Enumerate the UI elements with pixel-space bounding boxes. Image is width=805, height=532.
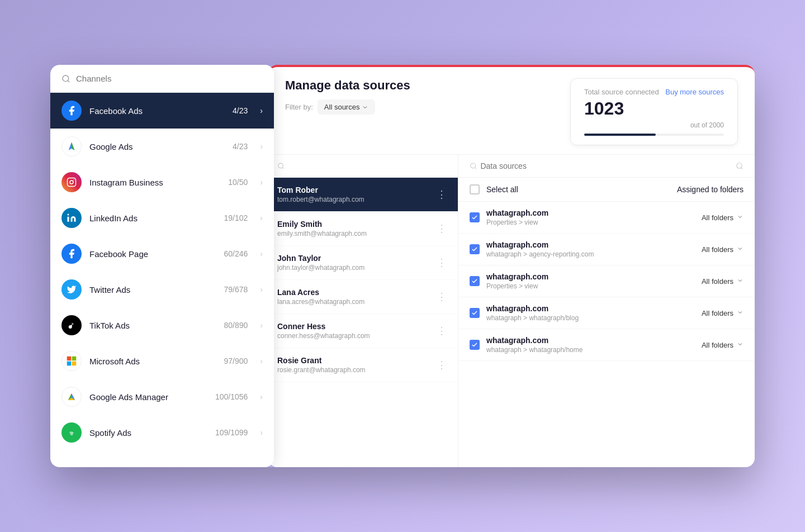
channel-count: 60/246 <box>224 249 248 258</box>
more-options-button[interactable]: ⋮ <box>434 254 449 271</box>
channel-count: 79/678 <box>224 285 248 294</box>
user-email: john.taylor@whatagraph.com <box>277 264 434 272</box>
sidebar-item-google-ads-manager[interactable]: Google Ads Manager100/1056› <box>50 379 274 415</box>
more-options-button[interactable]: ⋮ <box>434 288 449 305</box>
svg-rect-10 <box>67 362 72 366</box>
svg-point-6 <box>73 179 74 180</box>
chevron-right-icon: › <box>260 249 263 258</box>
sidebar-item-facebook-page[interactable]: Facebook Page60/246› <box>50 236 274 272</box>
channel-search-input[interactable] <box>76 74 263 83</box>
source-checkbox[interactable] <box>470 276 480 286</box>
svg-line-17 <box>282 168 283 169</box>
svg-rect-9 <box>72 357 77 361</box>
progress-bar-fill <box>584 134 656 136</box>
user-item[interactable]: John Taylorjohn.taylor@whatagraph.com⋮ <box>268 246 458 280</box>
filter-dropdown[interactable]: All sources <box>318 99 376 115</box>
svg-line-1 <box>68 80 69 82</box>
sidebar-item-google-ads[interactable]: Google Ads4/23› <box>50 129 274 164</box>
folder-dropdown[interactable]: All folders <box>702 213 744 222</box>
folder-value: All folders <box>702 309 733 317</box>
source-checkbox[interactable] <box>470 244 480 254</box>
channel-name: LinkedIn Ads <box>89 213 216 223</box>
search-icon <box>277 162 285 170</box>
folder-dropdown[interactable]: All folders <box>702 277 744 286</box>
sources-search-input[interactable] <box>480 162 731 170</box>
sidebar-item-instagram-business[interactable]: Instagram Business10/50› <box>50 164 274 200</box>
linkedin-icon <box>61 208 82 228</box>
source-checkbox[interactable] <box>470 340 480 350</box>
source-row: whatagraph.comwhatagraph > whatagraph/ho… <box>458 329 755 361</box>
chevron-down-icon <box>737 213 744 222</box>
channel-name: Google Ads Manager <box>89 392 207 402</box>
folder-value: All folders <box>702 245 733 254</box>
chevron-down-icon <box>737 309 744 317</box>
source-row: whatagraph.comwhatagraph > whatagraph/bl… <box>458 297 755 329</box>
user-item[interactable]: Lana Acreslana.acres@whatagraph.com⋮ <box>268 280 458 314</box>
select-all-checkbox[interactable] <box>470 184 480 194</box>
source-stats-card: Total source connected Buy more sources … <box>570 78 738 145</box>
buy-more-sources-link[interactable]: Buy more sources <box>665 88 724 96</box>
sidebar-item-tiktok-ads[interactable]: TikTok Ads80/890› <box>50 307 274 343</box>
more-options-button[interactable]: ⋮ <box>434 220 449 237</box>
channel-count: 19/102 <box>224 213 248 222</box>
sidebar-item-spotify-ads[interactable]: Spotify Ads109/1099› <box>50 415 274 450</box>
more-options-button[interactable]: ⋮ <box>434 186 449 203</box>
select-all-label[interactable]: Select all <box>486 185 677 194</box>
channel-count: 80/890 <box>224 321 248 330</box>
sources-list: whatagraph.comProperties > viewAll folde… <box>458 202 755 361</box>
source-row: whatagraph.comwhatagraph > agency-report… <box>458 234 755 265</box>
sidebar-item-linkedin-ads[interactable]: LinkedIn Ads19/102› <box>50 200 274 236</box>
source-checkbox[interactable] <box>470 212 480 222</box>
source-domain: whatagraph.com <box>486 304 702 313</box>
chevron-right-icon: › <box>260 106 263 115</box>
channel-count: 4/23 <box>233 106 248 115</box>
sources-table-header: Select all Assigned to folders <box>458 178 755 202</box>
microsoft-icon <box>61 351 82 371</box>
folder-dropdown[interactable]: All folders <box>702 309 744 317</box>
sources-search[interactable] <box>470 162 731 170</box>
spotify-icon <box>61 422 82 443</box>
source-row: whatagraph.comProperties > viewAll folde… <box>458 265 755 297</box>
users-search-input[interactable] <box>289 162 449 170</box>
source-row: whatagraph.comProperties > viewAll folde… <box>458 202 755 234</box>
sidebar-item-twitter-ads[interactable]: Twitter Ads79/678› <box>50 272 274 307</box>
svg-point-15 <box>68 429 76 437</box>
channel-count: 97/900 <box>224 357 248 365</box>
svg-line-21 <box>741 168 743 169</box>
stats-label: Total source connected <box>584 88 659 96</box>
channel-name: Facebook Ads <box>89 106 225 116</box>
folder-dropdown[interactable]: All folders <box>702 341 744 349</box>
channel-name: Instagram Business <box>89 178 220 187</box>
sidebar-item-microsoft-ads[interactable]: Microsoft Ads97/900› <box>50 343 274 379</box>
svg-rect-11 <box>72 362 77 366</box>
svg-marker-3 <box>72 142 74 150</box>
out-of-label: out of 2000 <box>690 121 724 129</box>
source-path: whatagraph > whatagraph/home <box>486 346 702 354</box>
users-panel: Tom Robertom.robert@whatagraph.com⋮Emily… <box>268 155 458 467</box>
channel-name: Twitter Ads <box>89 285 216 294</box>
user-item[interactable]: Conner Hessconner.hess@whatagraph.com⋮ <box>268 314 458 348</box>
sidebar-item-facebook-ads[interactable]: Facebook Ads4/23› <box>50 93 274 129</box>
app-container: Facebook Ads4/23›Google Ads4/23›Instagra… <box>50 65 755 467</box>
search-icon <box>470 162 477 170</box>
user-item[interactable]: Tom Robertom.robert@whatagraph.com⋮ <box>268 178 458 212</box>
user-item[interactable]: Rosie Grantrosie.grant@whatagraph.com⋮ <box>268 348 458 382</box>
users-search-bar[interactable] <box>268 155 458 178</box>
progress-bar <box>584 134 724 136</box>
sidebar-search-bar[interactable] <box>50 65 274 93</box>
more-options-button[interactable]: ⋮ <box>434 322 449 339</box>
more-options-button[interactable]: ⋮ <box>434 357 449 373</box>
sources-panel: Select all Assigned to folders whatagrap… <box>458 155 755 467</box>
search-icon-right[interactable] <box>736 162 744 170</box>
source-checkbox[interactable] <box>470 308 480 318</box>
source-path: Properties > view <box>486 282 702 290</box>
fbpage-icon <box>61 244 82 264</box>
user-name: Tom Rober <box>277 186 434 194</box>
source-domain: whatagraph.com <box>486 240 702 249</box>
filter-label: Filter by: <box>285 103 313 111</box>
main-header: Manage data sources Filter by: All sourc… <box>268 67 755 155</box>
user-item[interactable]: Emily Smithemily.smith@whatagraph.com⋮ <box>268 212 458 246</box>
folder-dropdown[interactable]: All folders <box>702 245 744 254</box>
svg-point-0 <box>63 75 69 82</box>
channel-count: 4/23 <box>233 142 248 151</box>
